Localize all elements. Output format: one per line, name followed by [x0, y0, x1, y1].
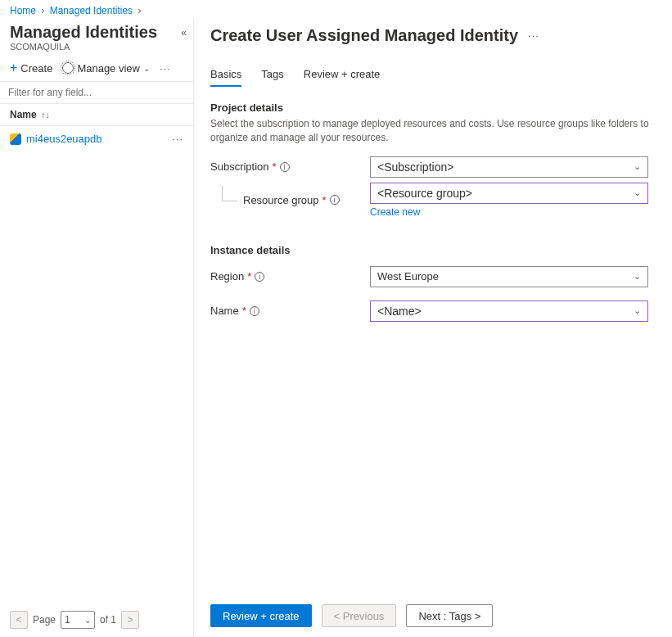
- required-indicator: *: [273, 160, 277, 173]
- column-header-name[interactable]: Name ↑↓: [0, 104, 193, 126]
- resource-group-value: <Resource group>: [377, 187, 472, 200]
- sort-arrow-icon: ↑↓: [41, 110, 50, 120]
- left-panel-subtitle: SCOMAQUILA: [10, 42, 183, 52]
- page-label: Page: [33, 614, 56, 626]
- info-icon[interactable]: i: [330, 195, 340, 205]
- page-prev-button[interactable]: <: [10, 611, 28, 629]
- subscription-value: <Subscription>: [377, 160, 453, 174]
- name-label: Name: [210, 305, 239, 317]
- chevron-down-icon: ⌄: [143, 64, 150, 73]
- filter-input[interactable]: [7, 82, 187, 103]
- toolbar-more-button[interactable]: ···: [160, 62, 171, 75]
- bottom-bar: Review + create < Previous Next : Tags >: [210, 604, 656, 627]
- tabs: Basics Tags Review + create: [210, 68, 656, 87]
- pagination: < Page 1 ⌄ of 1 >: [10, 611, 183, 629]
- review-create-button[interactable]: Review + create: [210, 604, 312, 627]
- region-select[interactable]: West Europe ⌄: [370, 266, 648, 287]
- resource-group-label: Resource group: [243, 194, 319, 206]
- previous-button[interactable]: < Previous: [322, 604, 397, 627]
- required-indicator: *: [242, 305, 246, 317]
- chevron-down-icon: ⌄: [634, 271, 641, 282]
- chevron-right-icon: ›: [41, 5, 44, 16]
- left-panel: Managed Identities « SCOMAQUILA + Create…: [0, 20, 194, 637]
- resource-group-select[interactable]: <Resource group> ⌄: [370, 183, 648, 204]
- chevron-right-icon: ›: [138, 5, 141, 16]
- project-details-heading: Project details: [210, 102, 656, 114]
- region-value: West Europe: [377, 270, 439, 282]
- chevron-down-icon: ⌄: [634, 305, 641, 316]
- next-button[interactable]: Next : Tags >: [406, 604, 493, 627]
- info-icon[interactable]: i: [250, 306, 259, 316]
- breadcrumb: Home › Managed Identities ›: [0, 0, 672, 20]
- name-input[interactable]: <Name> ⌄: [370, 300, 648, 322]
- page-more-button[interactable]: ···: [528, 29, 539, 42]
- breadcrumb-managed-identities[interactable]: Managed Identities: [50, 5, 133, 16]
- row-more-button[interactable]: ···: [172, 133, 183, 145]
- chevron-down-icon: ⌄: [634, 187, 641, 198]
- chevron-down-icon: ⌄: [84, 616, 91, 625]
- manage-view-label: Manage view: [77, 62, 140, 75]
- managed-identity-icon: [10, 133, 21, 145]
- plus-icon: +: [10, 61, 17, 75]
- info-icon[interactable]: i: [280, 162, 290, 172]
- page-title: Create User Assigned Managed Identity: [210, 26, 518, 45]
- required-indicator: *: [322, 194, 327, 206]
- tab-basics[interactable]: Basics: [210, 68, 241, 87]
- create-label: Create: [20, 62, 52, 75]
- collapse-panel-icon[interactable]: «: [181, 27, 183, 38]
- subscription-select[interactable]: <Subscription> ⌄: [370, 156, 648, 178]
- required-indicator: *: [247, 270, 251, 282]
- gear-icon: [62, 62, 74, 74]
- column-header-name-label: Name: [10, 109, 37, 120]
- chevron-down-icon: ⌄: [634, 161, 641, 172]
- project-details-desc: Select the subscription to manage deploy…: [210, 117, 656, 145]
- tab-review[interactable]: Review + create: [304, 68, 381, 87]
- subscription-label: Subscription: [210, 160, 269, 173]
- page-next-button[interactable]: >: [121, 611, 139, 629]
- info-icon[interactable]: i: [255, 272, 264, 282]
- name-value: <Name>: [377, 305, 422, 318]
- left-panel-title: Managed Identities: [10, 23, 157, 42]
- breadcrumb-home[interactable]: Home: [10, 5, 36, 16]
- instance-details-heading: Instance details: [210, 244, 656, 256]
- tab-tags[interactable]: Tags: [261, 68, 283, 87]
- page-select[interactable]: 1 ⌄: [61, 611, 95, 629]
- page-of-label: of 1: [100, 614, 116, 626]
- list-item-name: mi4eus2euapdb: [26, 133, 102, 145]
- manage-view-button[interactable]: Manage view ⌄: [62, 62, 150, 75]
- right-panel: Create User Assigned Managed Identity ··…: [194, 20, 672, 637]
- create-button[interactable]: + Create: [10, 61, 52, 75]
- region-label: Region: [210, 270, 244, 282]
- page-value: 1: [65, 614, 70, 626]
- list-item[interactable]: mi4eus2euapdb ···: [0, 126, 193, 151]
- create-new-link[interactable]: Create new: [370, 206, 420, 218]
